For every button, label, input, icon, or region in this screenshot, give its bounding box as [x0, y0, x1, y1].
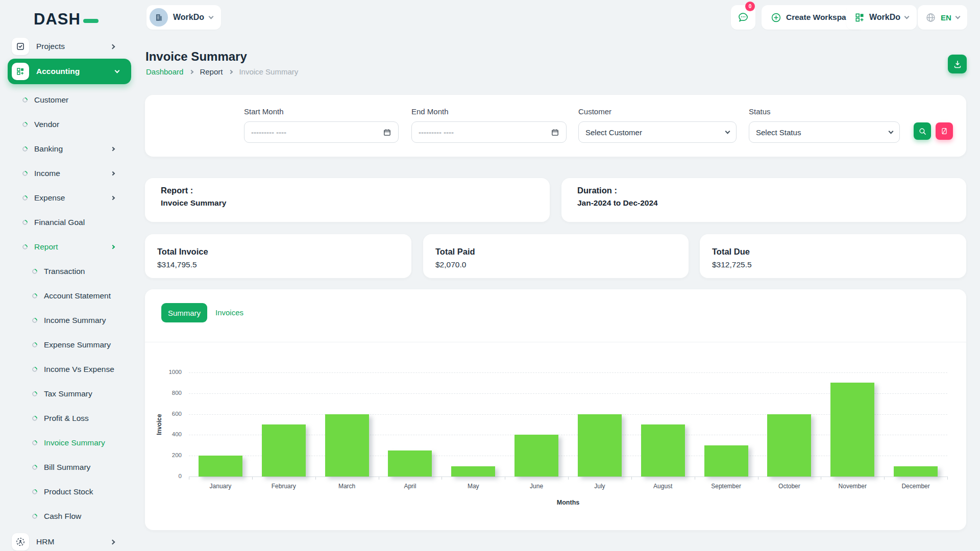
customer-select-value: Select Customer — [585, 128, 726, 137]
sidebar-item-cash-flow[interactable]: Cash Flow — [0, 504, 134, 529]
sidebar-item-account-statement[interactable]: Account Statement — [0, 284, 134, 308]
breadcrumb-report[interactable]: Report — [200, 67, 223, 76]
chevron-right-icon — [111, 196, 115, 200]
customer-select[interactable]: Select Customer — [578, 121, 737, 143]
reset-filter-button[interactable] — [936, 122, 953, 140]
total-invoice-card: Total Invoice $314,795.5 — [145, 234, 411, 278]
total-paid-label: Total Paid — [435, 247, 475, 257]
sidebar-item-income-summary[interactable]: Income Summary — [0, 308, 134, 333]
y-tick-label: 0 — [155, 473, 182, 479]
y-tick-label: 200 — [155, 452, 182, 458]
sidebar-item-customer[interactable]: Customer — [0, 88, 134, 112]
sidebar-item-profit-loss[interactable]: Profit & Loss — [0, 406, 134, 431]
status-select[interactable]: Select Status — [749, 121, 900, 143]
sidebar-item-bill-summary[interactable]: Bill Summary — [0, 455, 134, 480]
breadcrumb-dashboard[interactable]: Dashboard — [146, 67, 183, 76]
bar-september — [704, 445, 748, 477]
x-axis-tick — [189, 477, 189, 480]
chevron-down-icon — [209, 14, 214, 19]
x-axis-tick — [631, 477, 632, 480]
bullet-icon — [21, 243, 29, 251]
total-due-label: Total Due — [712, 247, 750, 257]
workspace-selector[interactable]: WorkDo — [146, 5, 221, 30]
x-tick-label: August — [631, 483, 695, 490]
bar-october — [767, 414, 811, 477]
bullet-icon — [31, 390, 38, 397]
x-axis-tick — [695, 477, 695, 480]
filter-card: Start Month --------- ---- End Month ---… — [145, 95, 966, 157]
chevron-down-icon — [889, 129, 894, 134]
x-axis-tick — [568, 477, 569, 480]
end-month-input[interactable]: --------- ---- — [411, 121, 567, 143]
sidebar-item-report[interactable]: Report — [0, 235, 134, 259]
company-selector[interactable]: WorkDo — [846, 5, 917, 30]
start-month-input[interactable]: --------- ---- — [244, 121, 399, 143]
download-button[interactable] — [948, 55, 967, 73]
sidebar-item-banking[interactable]: Banking — [0, 137, 134, 161]
x-axis-tick — [315, 477, 316, 480]
duration-info-card: Duration : Jan-2024 to Dec-2024 — [561, 178, 966, 222]
bullet-icon — [31, 513, 38, 520]
chevron-right-icon — [111, 171, 115, 176]
x-tick-label: October — [758, 483, 821, 490]
bullet-icon — [21, 170, 29, 177]
bullet-icon — [21, 121, 29, 128]
bar-january — [199, 456, 242, 477]
bullet-icon — [31, 366, 38, 373]
company-name: WorkDo — [869, 13, 900, 22]
language-code: EN — [941, 13, 951, 22]
duration-label: Duration : — [577, 186, 617, 195]
sidebar-item-invoice-summary[interactable]: Invoice Summary — [0, 431, 134, 455]
sidebar-item-hrm[interactable]: HRM — [0, 530, 134, 551]
status-select-value: Select Status — [756, 128, 889, 137]
sidebar-item-label: Cash Flow — [44, 512, 134, 521]
workspace-name: WorkDo — [173, 13, 204, 22]
bullet-icon — [31, 341, 38, 348]
x-axis-tick — [884, 477, 885, 480]
sidebar-item-transaction[interactable]: Transaction — [0, 259, 134, 284]
sidebar-item-income[interactable]: Income — [0, 161, 134, 186]
sidebar-item-label: HRM — [36, 537, 111, 546]
sidebar-item-vendor[interactable]: Vendor — [0, 112, 134, 137]
x-axis-tick — [947, 477, 948, 480]
sidebar-item-accounting[interactable]: Accounting — [8, 59, 131, 84]
sidebar-item-income-vs-expense[interactable]: Income Vs Expense — [0, 357, 134, 382]
search-button[interactable] — [914, 122, 931, 140]
x-tick-label: November — [821, 483, 884, 490]
x-axis-tick — [252, 477, 253, 480]
messages-count-badge: 0 — [745, 2, 755, 11]
x-tick-label: June — [505, 483, 568, 490]
sidebar-item-label: Invoice Summary — [44, 438, 134, 447]
sidebar-item-label: Product Stock — [44, 487, 134, 496]
report-value: Invoice Summary — [161, 198, 226, 208]
logo-dash-shape — [83, 19, 99, 23]
end-month-label: End Month — [411, 107, 449, 116]
chevron-down-icon — [115, 68, 120, 73]
sidebar-item-financial-goal[interactable]: Financial Goal — [0, 210, 134, 235]
language-selector[interactable]: EN — [918, 5, 967, 30]
sidebar-item-tax-summary[interactable]: Tax Summary — [0, 382, 134, 406]
grid-plus-icon — [16, 67, 25, 76]
bar-may — [451, 466, 495, 477]
sidebar-item-label: Income — [34, 169, 111, 178]
tab-invoices[interactable]: Invoices — [215, 308, 243, 317]
sidebar-item-label: Bill Summary — [44, 463, 134, 472]
tab-summary[interactable]: Summary — [161, 303, 207, 322]
bar-march — [325, 414, 369, 477]
checkbox-icon — [16, 42, 25, 51]
sidebar-item-label: Report — [34, 242, 111, 252]
bullet-icon — [31, 292, 38, 299]
sidebar-item-projects[interactable]: Projects — [0, 35, 134, 58]
chevron-right-icon — [111, 245, 115, 249]
x-axis-tick — [758, 477, 758, 480]
sidebar-item-expense[interactable]: Expense — [0, 186, 134, 210]
sidebar: Projects Accounting Customer Vendor — [0, 35, 134, 551]
sidebar-item-product-stock[interactable]: Product Stock — [0, 480, 134, 504]
bullet-icon — [21, 219, 29, 226]
x-tick-label: December — [884, 483, 947, 490]
total-invoice-value: $314,795.5 — [157, 260, 197, 269]
breadcrumb: Dashboard Report Invoice Summary — [146, 67, 298, 76]
total-paid-card: Total Paid $2,070.0 — [423, 234, 689, 278]
sidebar-item-expense-summary[interactable]: Expense Summary — [0, 333, 134, 357]
sidebar-item-label: Accounting — [36, 67, 115, 76]
